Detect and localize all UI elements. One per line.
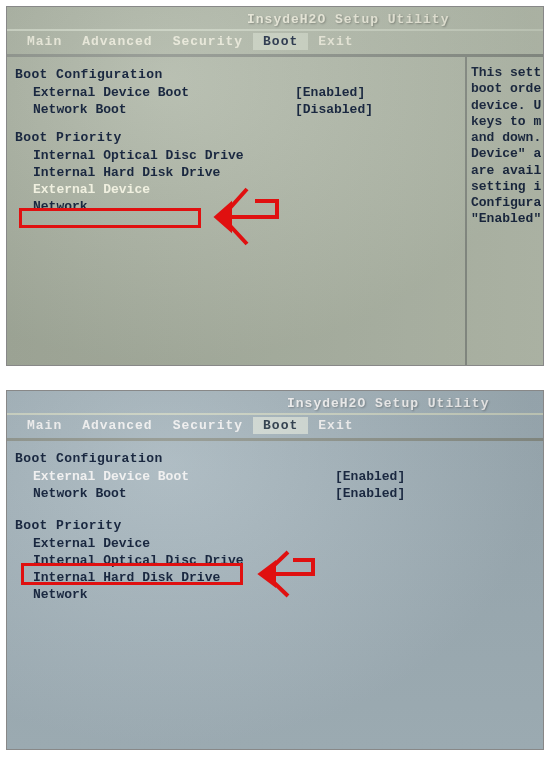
boot-settings-pane: Boot Configuration External Device Boot … (7, 441, 543, 750)
option-value: [Enabled] (335, 469, 535, 484)
bios-screenshot-after: InsydeH2O Setup Utility Main Advanced Se… (6, 390, 544, 750)
tab-main[interactable]: Main (17, 417, 72, 434)
boot-configuration-header: Boot Configuration (13, 65, 459, 84)
priority-item[interactable]: Network (13, 586, 537, 603)
tab-exit[interactable]: Exit (308, 417, 363, 434)
external-device-boot-row[interactable]: External Device Boot [Enabled] (13, 468, 537, 485)
priority-label: External Device (15, 536, 335, 551)
priority-label: Internal Hard Disk Drive (15, 570, 335, 585)
option-label: External Device Boot (15, 469, 335, 484)
priority-item[interactable]: Network (13, 198, 459, 215)
priority-item[interactable]: Internal Optical Disc Drive (13, 147, 459, 164)
help-text: This sett boot orde device. U keys to m … (471, 65, 541, 228)
priority-label: Internal Optical Disc Drive (15, 553, 335, 568)
tab-security[interactable]: Security (163, 417, 253, 434)
boot-priority-header: Boot Priority (13, 516, 537, 535)
tab-main[interactable]: Main (17, 33, 72, 50)
priority-item[interactable]: Internal Hard Disk Drive (13, 164, 459, 181)
priority-label: Network (15, 199, 295, 214)
utility-title: InsydeH2O Setup Utility (7, 7, 543, 29)
tab-boot[interactable]: Boot (253, 417, 308, 434)
network-boot-row[interactable]: Network Boot [Disabled] (13, 101, 459, 118)
menu-bar: Main Advanced Security Boot Exit (7, 413, 543, 440)
boot-configuration-header: Boot Configuration (13, 449, 537, 468)
utility-title: InsydeH2O Setup Utility (7, 391, 543, 413)
boot-priority-header: Boot Priority (13, 128, 459, 147)
priority-label: Internal Hard Disk Drive (15, 165, 295, 180)
option-label: Network Boot (15, 102, 295, 117)
option-label: Network Boot (15, 486, 335, 501)
tab-exit[interactable]: Exit (308, 33, 363, 50)
menu-bar: Main Advanced Security Boot Exit (7, 29, 543, 56)
tab-advanced[interactable]: Advanced (72, 417, 162, 434)
option-value: [Enabled] (295, 85, 457, 100)
priority-item[interactable]: Internal Optical Disc Drive (13, 552, 537, 569)
bios-screenshot-before: InsydeH2O Setup Utility Main Advanced Se… (6, 6, 544, 366)
tab-security[interactable]: Security (163, 33, 253, 50)
tab-boot[interactable]: Boot (253, 33, 308, 50)
external-device-boot-row[interactable]: External Device Boot [Enabled] (13, 84, 459, 101)
option-value: [Enabled] (335, 486, 535, 501)
network-boot-row[interactable]: Network Boot [Enabled] (13, 485, 537, 502)
priority-item-selected[interactable]: External Device (13, 535, 537, 552)
priority-label: Network (15, 587, 335, 602)
priority-label: External Device (15, 182, 295, 197)
priority-label: Internal Optical Disc Drive (15, 148, 295, 163)
priority-item-selected[interactable]: External Device (13, 181, 459, 198)
option-value: [Disabled] (295, 102, 457, 117)
priority-item[interactable]: Internal Hard Disk Drive (13, 569, 537, 586)
boot-settings-pane: Boot Configuration External Device Boot … (7, 57, 465, 366)
tab-advanced[interactable]: Advanced (72, 33, 162, 50)
option-label: External Device Boot (15, 85, 295, 100)
help-pane: This sett boot orde device. U keys to m … (465, 57, 543, 366)
